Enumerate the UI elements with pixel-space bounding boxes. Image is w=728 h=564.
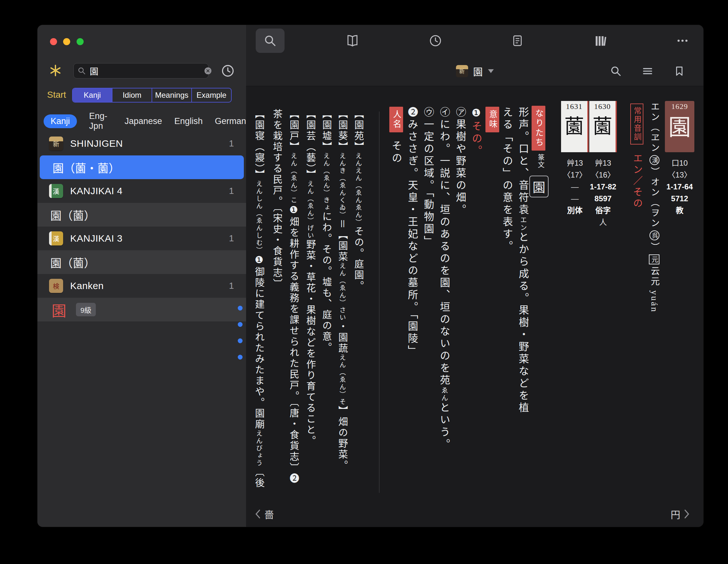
segment-idiom[interactable]: Idiom <box>112 88 152 102</box>
search-icon <box>78 67 86 75</box>
page-indicator-dot <box>238 355 243 360</box>
list-item-dictionary[interactable]: 漢 KANJIKAI 3 1 <box>37 227 246 250</box>
tab-german[interactable]: German <box>215 116 246 126</box>
kanji-headword: 園 <box>52 299 66 320</box>
variant-box: 1630 薗 <box>589 101 617 152</box>
compound-entry: 【園苑】えんえん（ゑんゑん）その。庭園。 <box>351 109 366 292</box>
entry-footer: 嗇 円 <box>246 506 703 527</box>
next-entry-button[interactable]: 円 <box>671 507 691 521</box>
seal-script-label: 篆文 <box>533 154 548 169</box>
app-window: Start Kanji Idiom Meanings Example Kanji… <box>37 25 703 527</box>
readings-column: エン（ヱン漢）オン（ヲン呉）元云元 yuán <box>647 102 662 313</box>
result-count: 1 <box>229 186 234 196</box>
entry-number: 1629 <box>665 102 694 111</box>
tab-english[interactable]: English <box>174 116 203 126</box>
list-item-result[interactable]: 園（薗） <box>37 250 246 274</box>
sidebar: Start Kanji Idiom Meanings Example Kanji… <box>37 25 246 527</box>
dictionary-cover-icon: 新 <box>49 137 63 151</box>
headword-box: 1629 園 <box>665 101 694 152</box>
segment-meanings[interactable]: Meanings <box>152 88 191 102</box>
search-mode-row: Start Kanji Idiom Meanings Example <box>37 88 246 103</box>
page-indicator-dot <box>238 306 243 311</box>
list-item-kanji-grade[interactable]: 園 9級 <box>37 298 246 321</box>
search-mode-segmented-control: Kanji Idiom Meanings Example <box>72 88 232 103</box>
page-indicator-dot <box>238 322 243 327</box>
sense-1: ❶その。 <box>469 107 484 157</box>
compound-entry: 【園墟】えん（ゑん）きょにわ。その。墟も、庭の意。 <box>319 109 334 353</box>
compound-entry: 【園葵】えんき（ゑんくゐ）＝【園菜えん（ゑん）さい・園蔬えん（ゑん）そ】畑の野菜… <box>335 109 350 471</box>
variant-box: 1631 薗 <box>561 101 589 152</box>
sense-1a: ㋐果樹や野菜の畑。 <box>453 107 467 216</box>
dictionary-tabs: Kanji Eng-Jpn Japanese English German <box>37 112 246 130</box>
clear-search-button[interactable] <box>204 67 212 75</box>
dictionary-entry: 1629 園 口10 〈13〉 1-17-64 5712 教 エン（ヱン漢）オン… <box>246 25 703 527</box>
result-count: 1 <box>229 233 234 244</box>
joyo-onkun-label: 常用音訓 <box>630 104 643 145</box>
start-label: Start <box>47 90 66 100</box>
naritachi-text: える「その」の意を表す。 <box>500 107 514 253</box>
chevron-right-icon <box>683 509 691 519</box>
naritachi-text: 形声。口と、音符袁エンとから成る。果樹・野菜などを植 <box>516 107 530 414</box>
list-item-result-selected[interactable]: 園（薗・薗） <box>40 155 244 179</box>
result-count: 1 <box>229 138 234 149</box>
list-item-result[interactable]: 園（薗） <box>37 203 246 227</box>
result-count: 1 <box>229 281 234 291</box>
seal-script-glyph: 園 <box>529 176 549 197</box>
variant-info: 艸13 〈17〉 ― ― 別体 <box>561 157 589 216</box>
results-list: 新 SHINJIGEN 1 園（薗・薗） 漢 KANJIKAI 4 1 園（薗）… <box>37 132 246 321</box>
list-item-dictionary[interactable]: 検 Kanken 1 <box>37 274 246 298</box>
headword-info: 口10 〈13〉 1-17-64 5712 教 <box>665 157 694 216</box>
jinmei-label: 人名 <box>389 107 403 132</box>
list-item-dictionary[interactable]: 新 SHINJIGEN 1 <box>37 132 246 155</box>
previous-entry-button[interactable]: 嗇 <box>254 507 274 521</box>
segment-kanji[interactable]: Kanji <box>73 88 112 102</box>
dictionary-cover-icon: 漢 <box>49 184 63 198</box>
jinmei-readings: その <box>389 140 403 165</box>
naritachi-label: なりたち <box>532 106 545 151</box>
imi-label: 意味 <box>485 107 499 132</box>
grade-badge: 9級 <box>76 303 96 316</box>
section-divider <box>379 112 379 493</box>
entry-pane: 新 園 1629 園 <box>246 25 703 527</box>
sense-1b: ㋑にわ。一説に、垣のあるのを園、垣のないのを苑ゑんという。 <box>437 107 451 451</box>
history-button[interactable] <box>221 64 235 78</box>
compound-entry: 【園戸】えん（ゑん）こ❶畑を耕作する義務を課せられた民戸。〔唐・食貨志〕❷ <box>286 109 301 484</box>
search-field[interactable] <box>73 63 209 79</box>
list-item-dictionary[interactable]: 漢 KANJIKAI 4 1 <box>37 179 246 203</box>
segment-example[interactable]: Example <box>191 88 231 102</box>
compound-entry: 【園寝（寢）】えんしん（ゑんしむ）❶御陵に建てられたみたまや。園廟えんびょう〔後 <box>252 109 266 489</box>
minimize-button[interactable] <box>63 38 70 45</box>
chevron-left-icon <box>254 509 261 519</box>
compound-entry-continuation: 茶を栽培する民戸。〔宋史・食貨志〕 <box>269 109 284 289</box>
desktop-background: Start Kanji Idiom Meanings Example Kanji… <box>0 0 728 564</box>
sense-1c: ㋒一定の区域。「動物園」 <box>421 107 435 248</box>
search-input[interactable] <box>89 66 204 76</box>
tab-eng-jpn[interactable]: Eng-Jpn <box>89 111 112 131</box>
close-button[interactable] <box>50 38 57 45</box>
dictionary-cover-icon: 漢 <box>49 231 63 245</box>
compound-entry: 【園芸（藝）】えん（ゑん）げい野菜・草花・果樹などを作り育てること。 <box>303 109 318 446</box>
joyo-readings: エン／その <box>630 153 644 209</box>
tab-japanese[interactable]: Japanese <box>125 116 162 126</box>
variant-info: 艸13 〈16〉 1-17-82 8597 俗字 人 <box>589 157 617 228</box>
dictionary-cover-icon: 検 <box>49 279 63 293</box>
sense-2: ❷みささぎ。天皇・王妃などの墓所。「園陵」 <box>405 107 419 357</box>
tab-kanji[interactable]: Kanji <box>44 114 77 128</box>
page-indicator-dot <box>238 338 243 343</box>
headword-kanji: 園 <box>665 111 694 145</box>
favorites-icon[interactable] <box>49 64 62 77</box>
zoom-button[interactable] <box>77 38 84 45</box>
